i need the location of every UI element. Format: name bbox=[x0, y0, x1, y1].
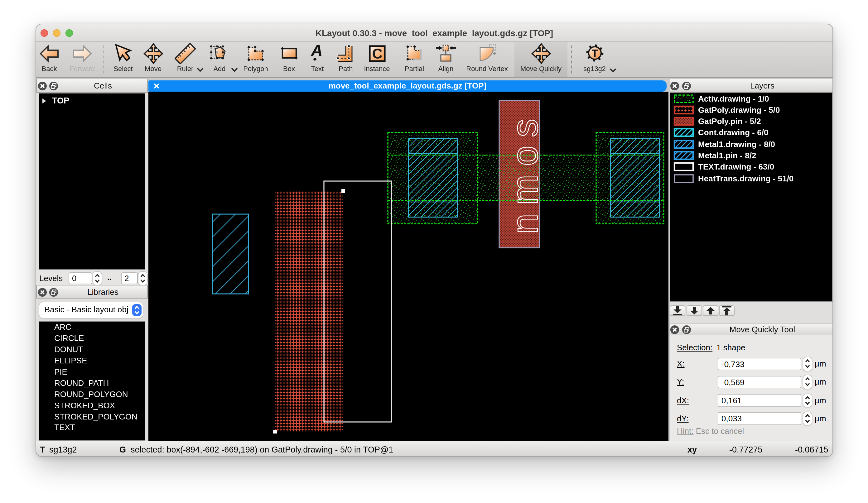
svg-text:nmos: nmos bbox=[504, 110, 545, 234]
svg-text:A: A bbox=[310, 43, 323, 60]
svg-text:C: C bbox=[372, 45, 382, 62]
svg-text:T: T bbox=[591, 47, 598, 59]
